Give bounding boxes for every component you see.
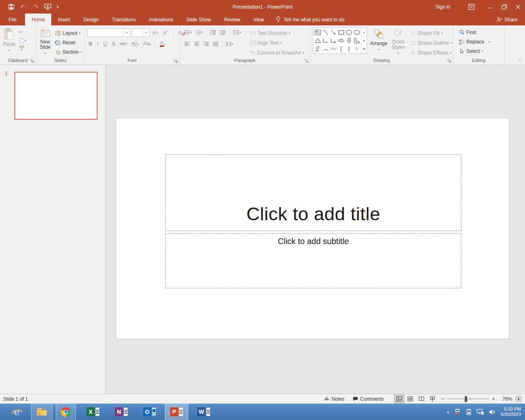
zoom-slider-thumb[interactable] [465, 396, 467, 402]
tab-animations[interactable]: Animations [142, 14, 180, 25]
comments-button[interactable]: Comments [349, 394, 388, 404]
text-shadow-button[interactable]: S [110, 40, 116, 47]
tab-insert[interactable]: Insert [51, 14, 77, 25]
taskbar-word[interactable]: W [192, 404, 215, 420]
subtitle-placeholder[interactable]: Click to add subtitle [165, 233, 461, 288]
title-placeholder[interactable]: Click to add title [165, 154, 461, 231]
align-center-button[interactable] [192, 41, 201, 47]
character-spacing-button[interactable]: AV▾ [130, 41, 140, 47]
shape-fill-button[interactable]: Shape Fill▾ [409, 29, 454, 37]
numbering-button[interactable]: ▾ [194, 29, 204, 36]
close-button[interactable] [511, 0, 525, 14]
shape-arc[interactable] [322, 45, 329, 53]
shape-outline-button[interactable]: Shape Outline▾ [409, 39, 454, 47]
minimize-button[interactable] [483, 0, 497, 14]
shape-curve[interactable] [329, 45, 337, 53]
zoom-out-button[interactable]: − [441, 396, 445, 402]
copy-button[interactable]: ▾ [18, 37, 28, 43]
shape-left-brace[interactable]: { [337, 45, 345, 53]
decrease-indent-button[interactable] [208, 29, 217, 36]
shape-oval[interactable] [345, 28, 353, 37]
power-battery-icon[interactable] [466, 409, 472, 415]
taskbar-internet-explorer[interactable]: e [7, 404, 27, 420]
replace-button[interactable]: abac Replace▾ [457, 37, 492, 46]
shapes-more-button[interactable]: ▼ [361, 45, 367, 53]
share-button[interactable]: Share [489, 14, 525, 25]
notes-button[interactable]: Notes [320, 394, 348, 404]
undo-button[interactable]: ↶▾ [20, 3, 27, 11]
reset-button[interactable]: Reset [53, 38, 84, 47]
tab-file[interactable]: File [0, 14, 25, 25]
taskbar-onenote[interactable]: N [110, 404, 132, 420]
grow-font-button[interactable]: A▲ [151, 29, 160, 36]
font-name-combobox[interactable]: ▾ [87, 28, 130, 37]
customize-qat-button[interactable]: ▾ [57, 5, 59, 9]
tab-transitions[interactable]: Transitions [105, 14, 142, 25]
italic-button[interactable]: I [96, 40, 100, 47]
shape-star[interactable]: ☆ [353, 45, 361, 53]
tell-me-box[interactable]: Tell me what you want to do [271, 14, 349, 25]
arrange-button[interactable]: Arrange▾ [368, 26, 390, 56]
shape-text-box[interactable]: A [314, 28, 322, 37]
redo-button[interactable]: ↷ [33, 3, 39, 11]
layout-button[interactable]: Layout▾ [53, 29, 84, 37]
shape-elbow-arrow-connector[interactable] [329, 37, 337, 45]
bold-button[interactable]: B [87, 40, 94, 47]
taskbar-file-explorer[interactable] [31, 404, 52, 420]
quick-styles-button[interactable]: Quick Styles ▾ [390, 26, 407, 56]
tab-view[interactable]: View [247, 14, 271, 25]
shape-line[interactable] [322, 28, 329, 37]
shape-corner[interactable] [353, 37, 361, 45]
shape-arrow[interactable] [329, 28, 337, 37]
shape-right-brace[interactable]: } [345, 45, 353, 53]
taskbar-powerpoint[interactable]: P [165, 404, 188, 420]
shape-effects-button[interactable]: Shape Effects▾ [409, 48, 454, 57]
slide-show-view-button[interactable] [427, 394, 438, 404]
tab-design[interactable]: Design [77, 14, 105, 25]
align-right-button[interactable] [202, 41, 210, 47]
paragraph-dialog-launcher[interactable] [304, 59, 309, 63]
font-dialog-launcher[interactable] [173, 59, 178, 63]
slide-sorter-view-button[interactable] [405, 394, 416, 404]
volume-icon[interactable] [489, 409, 496, 415]
shape-rounded-rectangle[interactable] [353, 28, 361, 37]
cut-button[interactable]: ✂ [18, 29, 28, 36]
clipboard-dialog-launcher[interactable] [30, 59, 34, 63]
reading-view-button[interactable] [416, 394, 427, 404]
justify-button[interactable] [211, 41, 220, 47]
format-painter-button[interactable] [18, 45, 28, 51]
shapes-scroll-down-button[interactable]: ▼ [361, 36, 367, 45]
network-icon[interactable] [477, 409, 484, 415]
taskbar-excel[interactable]: X [82, 404, 104, 420]
shapes-scroll-up-button[interactable]: ▲ [361, 28, 367, 36]
slide-thumbnail-1[interactable] [14, 72, 98, 120]
align-text-button[interactable]: Align Text▾ [248, 39, 306, 47]
shrink-font-button[interactable]: A▼ [162, 30, 170, 36]
taskbar-clock[interactable]: 5:33 PM 6/20/2023 [501, 406, 521, 417]
taskbar-chrome[interactable] [56, 404, 76, 420]
save-button[interactable] [8, 4, 14, 10]
start-from-beginning-button[interactable] [44, 4, 51, 10]
zoom-slider[interactable] [447, 396, 488, 402]
zoom-in-button[interactable]: + [491, 396, 496, 402]
underline-button[interactable]: U [102, 40, 108, 47]
drawing-dialog-launcher[interactable] [447, 59, 452, 63]
shape-down-arrow[interactable] [345, 37, 353, 45]
shape-right-arrow[interactable] [337, 37, 345, 45]
shape-triangle[interactable] [314, 37, 322, 45]
align-left-button[interactable] [183, 41, 192, 47]
tab-home[interactable]: Home [25, 14, 51, 25]
section-button[interactable]: Section▾ [53, 48, 84, 56]
shape-freeform[interactable] [314, 45, 322, 53]
bullets-button[interactable]: ▾ [183, 29, 193, 36]
font-color-button[interactable]: A▾ [159, 40, 166, 47]
columns-button[interactable]: ▾ [224, 41, 235, 47]
font-size-combobox[interactable]: ▾ [132, 28, 149, 37]
select-button[interactable]: Select▾ [457, 47, 492, 55]
tab-review[interactable]: Review [217, 14, 247, 25]
taskbar-outlook[interactable]: O [138, 404, 161, 420]
shape-elbow-connector[interactable] [322, 37, 329, 45]
change-case-button[interactable]: Aa▾ [142, 40, 152, 47]
normal-view-button[interactable] [394, 394, 405, 404]
find-button[interactable]: Find [457, 28, 492, 37]
